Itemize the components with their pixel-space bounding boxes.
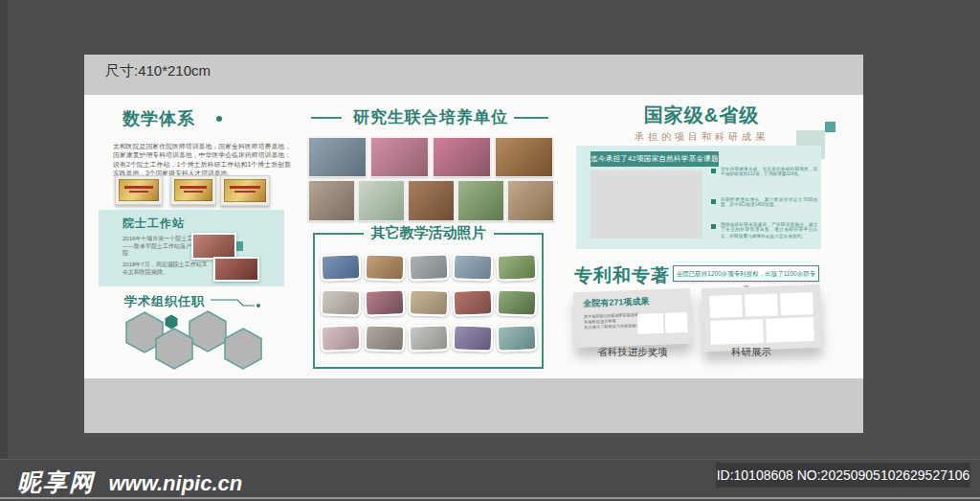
photo-placeholder xyxy=(457,180,504,221)
national-provincial-title: 国家级&省级 xyxy=(620,102,783,128)
photo-placeholder xyxy=(321,253,362,281)
gold-plaque xyxy=(170,175,216,205)
bullet-square-icon xyxy=(711,224,716,229)
left-edge-shadow xyxy=(0,0,8,501)
image-placeholder xyxy=(637,313,664,334)
photo-placeholder xyxy=(408,180,455,221)
bullet-text: 近年科研成果丰硕，先后承担各级科研项目，其中省部级项目212项，厅局级课题114… xyxy=(721,167,817,178)
bullet-text: 科研经费逐年增长，累计发表学术论文7000余篇，其中SCI收录1400余篇。 xyxy=(721,197,817,209)
photo-placeholder xyxy=(358,180,405,221)
nsfc-ribbon: 迄今承担了42项国家自然科学基金课题 xyxy=(590,151,719,167)
academician-workstation-card: 院士工作站 2016年十堰市第一个院士工作站——陈孝平院士工作站落户太和医院 2… xyxy=(99,210,284,286)
photo-placeholder xyxy=(365,253,406,281)
photo-placeholder xyxy=(409,288,450,316)
photo-placeholder xyxy=(365,288,406,316)
patents-banner: 全院已获得1200余项专利授权，出版了1100余部专著 xyxy=(673,265,819,282)
other-activities-frame: 其它教学活动照片 xyxy=(313,233,544,369)
photo-placeholder xyxy=(433,137,491,177)
research-bullet: 近年科研成果丰硕，先后承担各级科研项目，其中省部级项目212项，厅局级课题114… xyxy=(711,167,818,181)
research-display-card xyxy=(702,285,822,352)
image-id-badge: ID:10108608 NO:20250905102629527106 xyxy=(716,463,970,488)
title-dot-icon xyxy=(216,116,222,122)
mockup-panel: 尺寸:410*210cm 数学体系 太和医院是国家住院医师培训基地，国家全科医师… xyxy=(84,55,863,433)
photo-placeholder xyxy=(453,288,494,316)
teaching-system-intro: 太和医院是国家住院医师培训基地，国家全科医师培养基地，国家康复护理专科培训基地，… xyxy=(113,142,291,178)
plaque-plate xyxy=(224,179,266,202)
bottom-edge-line xyxy=(0,497,980,499)
national-provincial-subtitle: 承担的项目和科研成果 xyxy=(620,130,783,144)
photo-placeholder xyxy=(321,288,362,316)
gold-plaque xyxy=(115,175,163,205)
photo-placeholder xyxy=(308,137,367,177)
photo-placeholder xyxy=(497,253,538,281)
site-logo: 昵享网 xyxy=(17,468,95,495)
teaching-system-title: 数学体系 xyxy=(122,107,195,130)
caption-research: 科研展示 xyxy=(694,346,809,359)
graduate-training-title: 研究生联合培养单位 xyxy=(351,106,510,128)
award-plaques xyxy=(113,175,333,208)
image-placeholder xyxy=(590,171,702,239)
image-placeholder xyxy=(665,312,688,333)
photo-placeholder xyxy=(495,137,553,177)
photo-placeholder xyxy=(497,288,538,316)
photo-placeholder xyxy=(409,253,450,281)
heading-line-left xyxy=(311,117,342,119)
photo-placeholder xyxy=(409,324,450,352)
academician-title: 院士工作站 xyxy=(122,216,185,232)
caption-awards: 省科技进步奖项 xyxy=(575,346,690,359)
image-placeholder xyxy=(709,295,743,318)
photo-placeholder xyxy=(308,180,355,221)
awards-card: 全院有271项成果 其中省部级218项成果荣获国家 和省科技进步奖项 充分展示了… xyxy=(573,288,692,348)
image-placeholder xyxy=(710,319,764,345)
image-placeholder xyxy=(745,293,778,316)
photo-placeholder xyxy=(213,257,259,282)
display-board: 数学体系 太和医院是国家住院医师培训基地，国家全科医师培养基地，国家康复护理专科… xyxy=(84,95,863,378)
image-placeholder xyxy=(766,317,814,343)
size-label: 尺寸:410*210cm xyxy=(105,62,211,80)
bullet-text: 围绕临床科研体系建设，产学研深度融合，建立了专业的科研管理体系，通过省级科研平台… xyxy=(721,222,817,239)
heading-line-right xyxy=(514,117,548,119)
photo-placeholder xyxy=(507,180,554,221)
plaque-plate xyxy=(119,179,159,201)
photo-placeholder xyxy=(497,324,538,352)
gold-plaque xyxy=(220,175,270,206)
preview-stage: 尺寸:410*210cm 数学体系 太和医院是国家住院医师培训基地，国家全科医师… xyxy=(0,0,980,501)
research-achievements-card: 迄今承担了42项国家自然科学基金课题 近年科研成果丰硕，先后承担各级科研项目，其… xyxy=(576,146,821,249)
other-activities-title: 其它教学活动照片 xyxy=(364,224,494,242)
photo-placeholder xyxy=(370,137,429,177)
photo-placeholder xyxy=(365,324,406,352)
photo-placeholder xyxy=(321,324,362,352)
photo-placeholder xyxy=(191,233,236,260)
awards-card-title: 全院有271项成果 xyxy=(583,295,649,309)
photo-placeholder xyxy=(453,253,494,281)
photo-placeholder xyxy=(453,324,494,352)
academician-paragraph: 2018年7月，周宏灏院士工作站又在太和医院揭牌。 xyxy=(122,262,211,276)
research-bullet: 科研经费逐年增长，累计发表学术论文7000余篇，其中SCI收录1400余篇。 xyxy=(711,197,818,212)
watermark-bar: 昵享网 www.nipic.cn ID:10108608 NO:20250905… xyxy=(0,459,980,501)
brand-row: 昵享网 www.nipic.cn xyxy=(17,467,242,498)
research-bullet: 围绕临床科研体系建设，产学研深度融合，建立了专业的科研管理体系，通过省级科研平台… xyxy=(711,222,818,243)
teal-square-decoration xyxy=(825,122,835,132)
plaque-plate xyxy=(174,179,212,201)
bullet-square-icon xyxy=(711,169,716,173)
patents-title: 专利和专著 xyxy=(574,263,670,288)
image-placeholder xyxy=(780,292,813,315)
site-url: www.nipic.cn xyxy=(108,471,242,495)
bullet-square-icon xyxy=(711,199,716,204)
hexagon-cluster xyxy=(110,308,268,372)
